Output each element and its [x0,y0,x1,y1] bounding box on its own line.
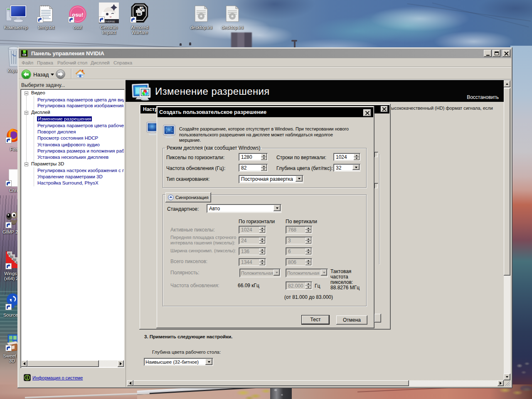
svg-text:A: A [141,7,143,10]
svg-text:W: W [138,12,141,16]
